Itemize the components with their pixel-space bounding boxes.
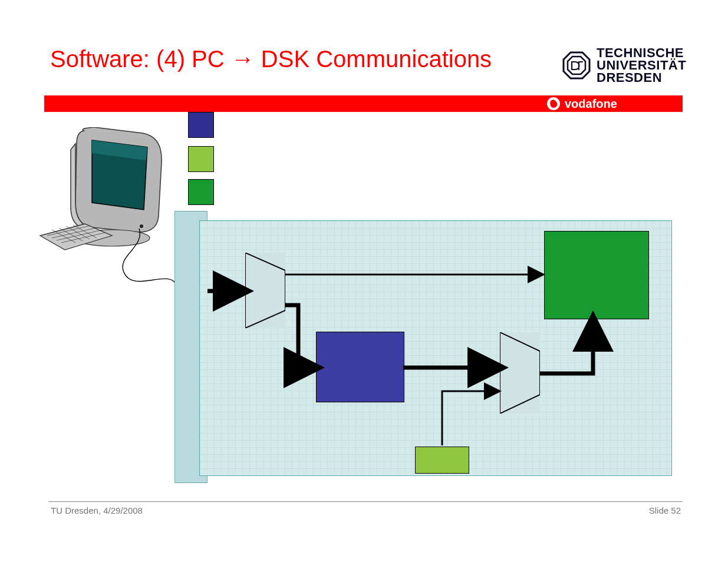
footer-right: Slide 52 <box>649 505 681 515</box>
svg-marker-1 <box>568 57 585 74</box>
pc-icon <box>38 127 167 263</box>
vodafone-logo: vodafone <box>547 95 617 112</box>
legend-blue-box <box>188 112 214 138</box>
footer-divider <box>48 501 683 502</box>
vodafone-drop-icon <box>547 97 560 110</box>
svg-marker-12 <box>245 253 285 328</box>
slide-title: Software: (4) PC → DSK Communications <box>50 46 492 72</box>
footer-left: TU Dresden, 4/29/2008 <box>51 505 143 515</box>
tud-logo: TECHNISCHE UNIVERSITÄT DRESDEN <box>562 47 686 84</box>
vodafone-text: vodafone <box>565 97 617 111</box>
legend-lime-box <box>188 146 214 172</box>
tud-line3: DRESDEN <box>597 72 686 84</box>
mux-1 <box>245 253 285 328</box>
presentation-slide: Software: (4) PC → DSK Communications TE… <box>0 0 728 562</box>
blue-process-box <box>316 332 404 402</box>
lime-process-box <box>415 447 469 474</box>
legend-green-box <box>188 179 214 205</box>
svg-point-11 <box>140 224 143 228</box>
green-process-box <box>544 231 649 319</box>
tud-logo-text: TECHNISCHE UNIVERSITÄT DRESDEN <box>597 47 686 84</box>
svg-marker-13 <box>500 332 540 414</box>
mux-2 <box>500 332 540 414</box>
tud-octagon-icon <box>562 51 591 80</box>
